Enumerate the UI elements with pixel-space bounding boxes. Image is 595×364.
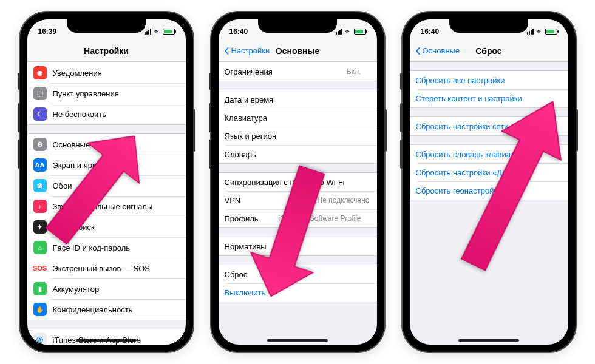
settings-row[interactable]: ♪Звуки, тактильные сигналы	[27, 196, 186, 217]
home-indicator[interactable]	[76, 339, 137, 342]
content-area[interactable]: ОграниченияВкл.Дата и времяКлавиатураЯзы…	[219, 62, 377, 345]
app-icon: ❀	[33, 179, 47, 192]
settings-row[interactable]: Сбросить настройки сети	[410, 117, 568, 135]
notch	[258, 19, 337, 33]
row-label: Аккумулятор	[53, 285, 170, 294]
home-indicator[interactable]	[267, 339, 328, 342]
status-indicators: ᯤ	[336, 28, 366, 35]
battery-icon	[545, 29, 557, 35]
settings-group: ⚙ОсновныеAAЭкран и яркость❀Обои♪Звуки, т…	[27, 133, 186, 320]
phone-mockup: 16:40ᯤНастройкиОсновныеОграниченияВкл.Да…	[211, 12, 384, 352]
settings-row[interactable]: ✦Siri и Поиск	[27, 217, 186, 237]
row-label: Пункт управления	[53, 89, 170, 98]
status-indicators: ᯤ	[144, 28, 175, 35]
settings-row[interactable]: ☾Не беспокоить	[27, 104, 186, 124]
settings-row[interactable]: ПрофильiOS Beta Software Profile	[219, 209, 377, 228]
settings-row[interactable]: ⌂Face ID и код-пароль	[27, 237, 186, 258]
row-label: Экстренный вызов — SOS	[53, 264, 170, 273]
phone-mockup: 16:40ᯤОсновныеСбросСбросить все настройк…	[403, 12, 576, 352]
settings-row[interactable]: Сбросить все настройки	[410, 71, 568, 89]
settings-row[interactable]: Словарь	[219, 145, 377, 163]
settings-group: Синхронизация с iTunes по Wi-FiVPNНе под…	[219, 172, 377, 228]
screen: 16:40ᯤОсновныеСбросСбросить все настройк…	[410, 19, 568, 345]
settings-row[interactable]: Сбросить геонастройки	[410, 181, 568, 200]
settings-row[interactable]: VPNНе подключено	[219, 191, 377, 209]
signal-icon	[144, 29, 151, 35]
wifi-icon: ᯤ	[154, 28, 160, 35]
row-label: Сбросить словарь клавиатуры	[416, 150, 561, 159]
settings-row[interactable]: Стереть контент и настройки	[410, 89, 568, 107]
wifi-icon: ᯤ	[345, 28, 352, 35]
back-label: Настройки	[231, 46, 270, 55]
settings-row[interactable]: ⚙Основные	[27, 134, 186, 155]
row-label: Конфиденциальность	[53, 305, 170, 314]
phone-mockup: 16:39ᯤНастройки◉Уведомления⬚Пункт управл…	[20, 12, 193, 352]
battery-icon	[163, 29, 175, 35]
settings-row[interactable]: ⒶiTunes Store и App Store	[27, 329, 186, 345]
row-label: Синхронизация с iTunes по Wi-Fi	[225, 178, 361, 187]
row-label: Нормативы	[225, 242, 361, 251]
home-indicator[interactable]	[458, 339, 519, 342]
settings-row[interactable]: Синхронизация с iTunes по Wi-Fi	[219, 173, 377, 191]
row-label: Сброс	[225, 270, 361, 279]
settings-row[interactable]: ▮Аккумулятор	[27, 278, 186, 299]
settings-group: Сбросить словарь клавиатурыСбросить наст…	[410, 144, 568, 200]
row-label: Язык и регион	[225, 132, 361, 141]
settings-row[interactable]: Клавиатура	[219, 109, 377, 127]
app-icon: ⌂	[33, 241, 47, 254]
settings-row[interactable]: Нормативы	[219, 237, 377, 255]
settings-row[interactable]: Сбросить настройки «Домой»	[410, 163, 568, 181]
row-label: Обои	[53, 181, 170, 190]
row-label: Словарь	[225, 150, 361, 159]
row-label: Клавиатура	[225, 113, 361, 123]
screen: 16:40ᯤНастройкиОсновныеОграниченияВкл.Да…	[219, 19, 377, 345]
settings-row[interactable]: ❀Обои	[27, 175, 186, 196]
nav-bar: Настройки	[27, 40, 186, 62]
app-icon: ✋	[33, 303, 47, 316]
app-icon: ▮	[33, 282, 47, 295]
settings-group: ◉Уведомления⬚Пункт управления☾Не беспоко…	[27, 62, 186, 125]
content-area[interactable]: ◉Уведомления⬚Пункт управления☾Не беспоко…	[27, 62, 186, 345]
back-button[interactable]: Настройки	[222, 40, 270, 61]
notch	[449, 19, 528, 33]
app-icon: ⚙	[33, 138, 47, 151]
notch	[67, 19, 146, 33]
back-label: Основные	[423, 46, 460, 55]
row-label: Сбросить геонастройки	[416, 186, 561, 195]
settings-row[interactable]: Сбросить словарь клавиатуры	[410, 145, 568, 163]
settings-row[interactable]: Сброс	[219, 265, 377, 283]
status-time: 16:39	[38, 27, 57, 36]
row-label: Сбросить настройки сети	[416, 122, 561, 131]
nav-title: Настройки	[84, 46, 129, 56]
settings-row[interactable]: ⬚Пункт управления	[27, 83, 186, 104]
settings-row[interactable]: Язык и регион	[219, 127, 377, 145]
back-button[interactable]: Основные	[413, 40, 460, 61]
settings-row[interactable]: ◉Уведомления	[27, 62, 186, 83]
row-label: Сбросить все настройки	[416, 76, 561, 85]
settings-row[interactable]: Выключить	[219, 283, 377, 302]
settings-row[interactable]: SOSЭкстренный вызов — SOS	[27, 258, 186, 278]
row-label: Ограничения	[225, 67, 341, 76]
row-label: Экран и яркость	[53, 161, 170, 170]
nav-title: Основные	[276, 46, 320, 56]
signal-icon	[336, 29, 342, 35]
settings-group: Сбросить настройки сети	[410, 116, 568, 136]
row-label: Выключить	[225, 288, 370, 297]
settings-row[interactable]: ✋Конфиденциальность	[27, 299, 186, 320]
content-area[interactable]: Сбросить все настройкиСтереть контент и …	[410, 62, 568, 345]
nav-bar: НастройкиОсновные	[219, 40, 377, 62]
row-label: Siri и Поиск	[53, 223, 170, 232]
status-time: 16:40	[421, 27, 440, 36]
row-detail: Не подключено	[318, 196, 370, 204]
settings-row[interactable]: Дата и время	[219, 90, 377, 109]
row-label: VPN	[225, 196, 311, 205]
row-label: Уведомления	[53, 69, 170, 78]
app-icon: Ⓐ	[33, 333, 47, 345]
app-icon: ☾	[33, 107, 47, 121]
settings-row[interactable]: ОграниченияВкл.	[219, 62, 377, 81]
row-label: Звуки, тактильные сигналы	[53, 202, 170, 211]
app-icon: ♪	[33, 200, 47, 213]
settings-group: Дата и времяКлавиатураЯзык и регионСлова…	[219, 90, 377, 164]
settings-row[interactable]: AAЭкран и яркость	[27, 155, 186, 175]
app-icon: ⬚	[33, 87, 47, 100]
